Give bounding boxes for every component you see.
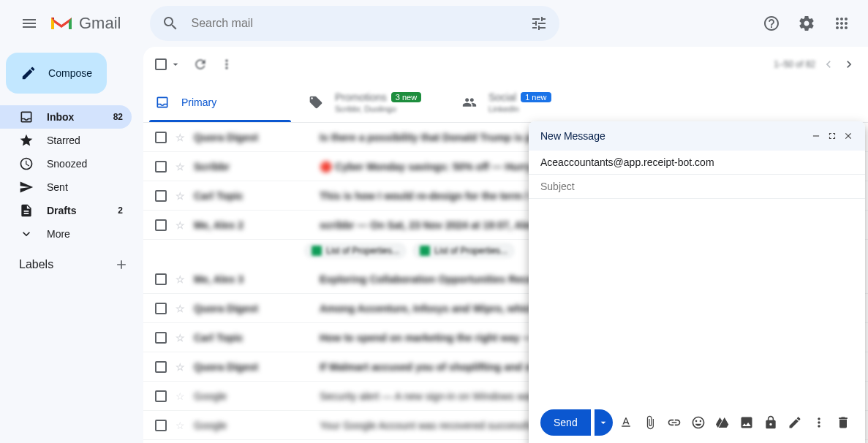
tab-primary[interactable]: Primary	[143, 82, 297, 122]
sidebar-item-more[interactable]: More	[0, 222, 132, 246]
star-icon[interactable]: ☆	[176, 132, 185, 143]
discard-button[interactable]	[832, 411, 853, 434]
star-icon[interactable]: ☆	[176, 361, 185, 373]
inbox-icon	[19, 110, 34, 124]
compose-button[interactable]: Compose	[6, 53, 107, 94]
emoji-button[interactable]	[688, 411, 709, 434]
attachment-icon	[643, 415, 657, 430]
compose-to-value: Aceaccountants@app.receipt-bot.com	[540, 156, 714, 168]
link-button[interactable]	[664, 411, 685, 434]
search-bar[interactable]	[150, 6, 559, 41]
search-options-button[interactable]	[524, 9, 554, 38]
compose-header[interactable]: New Message	[529, 121, 865, 151]
nav-label: Inbox	[47, 111, 74, 123]
prev-page-icon[interactable]	[821, 57, 836, 72]
search-button[interactable]	[156, 9, 185, 38]
more-icon[interactable]	[219, 57, 234, 72]
star-icon[interactable]: ☆	[176, 303, 185, 314]
drive-button[interactable]	[712, 411, 733, 434]
chevron-down-icon	[597, 417, 609, 428]
chevron-down-icon[interactable]	[170, 58, 181, 70]
tab-badge: 3 new	[391, 92, 421, 102]
compose-subject-field[interactable]	[529, 175, 865, 199]
minimize-icon[interactable]	[811, 131, 821, 141]
link-icon	[667, 415, 682, 430]
email-checkbox[interactable]	[155, 332, 167, 344]
sidebar-item-starred[interactable]: Starred	[0, 129, 132, 152]
tab-promotions[interactable]: Promotions3 newScribbr, Duolingo	[297, 82, 450, 122]
email-checkbox[interactable]	[155, 303, 167, 314]
clock-icon	[19, 156, 34, 171]
close-icon[interactable]	[843, 131, 853, 141]
tune-icon	[530, 15, 548, 32]
compose-to-field[interactable]: Aceaccountants@app.receipt-bot.com	[529, 151, 865, 175]
plus-icon[interactable]	[114, 257, 129, 272]
apps-button[interactable]	[827, 9, 856, 38]
email-checkbox[interactable]	[155, 420, 167, 431]
main-menu-button[interactable]	[12, 6, 47, 41]
email-sender: Quora Digest	[194, 303, 311, 314]
signature-button[interactable]	[784, 411, 805, 434]
refresh-icon[interactable]	[193, 57, 208, 72]
compose-subject-input[interactable]	[540, 181, 853, 192]
email-sender: Quora Digest	[194, 132, 311, 143]
confidential-button[interactable]	[760, 411, 781, 434]
image-icon	[739, 415, 754, 430]
star-icon[interactable]: ☆	[176, 190, 185, 202]
tab-label: Social	[488, 91, 516, 103]
email-checkbox[interactable]	[155, 161, 167, 173]
email-checkbox[interactable]	[155, 190, 167, 202]
support-button[interactable]	[757, 9, 786, 38]
email-sender: Quora Digest	[194, 361, 311, 373]
star-icon[interactable]: ☆	[176, 273, 185, 285]
star-icon[interactable]: ☆	[176, 390, 185, 402]
attachment-chip[interactable]: List of Properties...	[412, 243, 515, 259]
email-checkbox[interactable]	[155, 273, 167, 285]
more-options-button[interactable]	[808, 411, 829, 434]
fullscreen-icon[interactable]	[827, 131, 837, 141]
send-icon	[19, 180, 34, 194]
email-sender: Google	[194, 420, 311, 431]
search-input[interactable]	[185, 17, 524, 30]
more-vert-icon	[812, 415, 826, 430]
compose-body[interactable]	[529, 199, 865, 402]
email-checkbox[interactable]	[155, 361, 167, 373]
star-icon[interactable]: ☆	[176, 161, 185, 173]
image-button[interactable]	[736, 411, 758, 434]
settings-button[interactable]	[792, 9, 821, 38]
inbox-icon	[155, 95, 170, 110]
emoji-icon	[691, 415, 706, 430]
pencil-icon	[20, 64, 37, 82]
email-checkbox[interactable]	[155, 219, 167, 231]
sidebar-item-drafts[interactable]: Drafts2	[0, 199, 132, 222]
email-sender: Google	[194, 390, 311, 402]
next-page-icon[interactable]	[842, 57, 856, 72]
sidebar-item-inbox[interactable]: Inbox82	[0, 105, 132, 129]
file-icon	[19, 203, 34, 218]
send-button[interactable]: Send	[540, 409, 591, 436]
sidebar-item-sent[interactable]: Sent	[0, 175, 132, 199]
people-icon	[462, 95, 477, 110]
send-options-button[interactable]	[595, 409, 613, 436]
gmail-logo-icon	[50, 15, 73, 32]
tab-label: Promotions	[335, 91, 387, 103]
attachment-chip[interactable]: List of Properties...	[304, 243, 407, 259]
search-icon	[162, 15, 179, 32]
email-sender: Me, Alex 3	[194, 273, 311, 285]
formatting-button[interactable]	[616, 411, 637, 434]
email-checkbox[interactable]	[155, 132, 167, 143]
attach-button[interactable]	[640, 411, 661, 434]
star-icon[interactable]: ☆	[176, 420, 185, 431]
tab-label: Primary	[181, 96, 216, 108]
pen-icon	[788, 415, 802, 430]
text-format-icon	[619, 415, 633, 430]
star-icon[interactable]: ☆	[176, 332, 185, 344]
select-all-checkbox[interactable]	[155, 58, 167, 70]
tab-social[interactable]: Social1 newLinkedIn	[450, 82, 604, 122]
help-icon	[763, 15, 780, 32]
gmail-logo[interactable]: Gmail	[50, 14, 121, 33]
email-checkbox[interactable]	[155, 390, 167, 402]
star-icon[interactable]: ☆	[176, 219, 185, 231]
sidebar-item-snoozed[interactable]: Snoozed	[0, 152, 132, 175]
nav-label: Drafts	[47, 205, 76, 216]
